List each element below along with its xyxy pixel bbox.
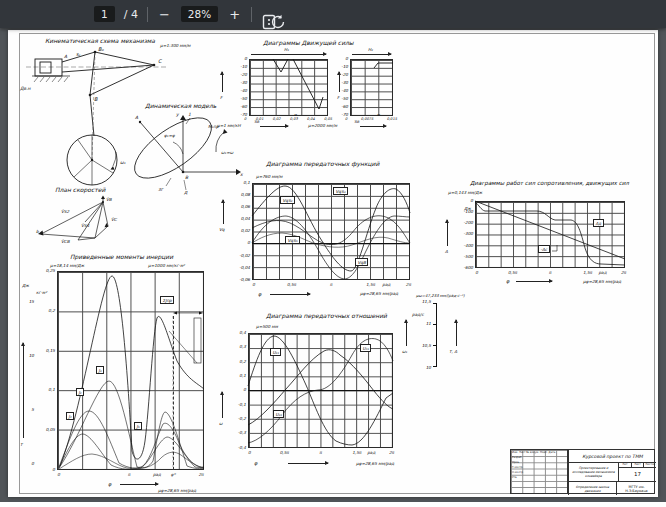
tick-label: 1,5π <box>352 451 361 455</box>
ratios-phi-arrow <box>288 463 328 464</box>
kin-label-a: A <box>64 54 68 59</box>
tick-label: -10 <box>341 65 348 69</box>
zoom-level-input[interactable]: 28% <box>181 6 218 22</box>
vel-label-pole: b <box>36 229 39 234</box>
tick-label: 10 <box>29 354 34 358</box>
bottom-strip <box>0 502 666 507</box>
tf-title: Диаграмма передаточных функций <box>266 161 379 167</box>
tick-label: 0,03 <box>290 118 298 122</box>
tick-label: -400 <box>463 244 473 248</box>
tick-label: 5 <box>31 408 34 412</box>
works-A-arrow <box>447 220 448 246</box>
tick-label: 0,1 <box>48 388 55 392</box>
toolbar-controls: 1 / 4 − 28% + <box>94 0 270 28</box>
tick-label: 0,06 <box>241 205 250 209</box>
tick-label: π <box>549 271 552 275</box>
tick-label: 15 <box>29 300 34 304</box>
tick-label: 0 <box>243 388 246 392</box>
kin-label-dvn: Дв.н <box>20 86 32 91</box>
tick-label: φ* <box>171 473 176 477</box>
stamp-lit-label: Лит <box>619 463 632 467</box>
tick-label: -40 <box>341 89 348 93</box>
tick-label: 0,15 <box>46 349 55 353</box>
kin-label-c: C <box>158 58 163 64</box>
rotate-icon <box>270 14 286 30</box>
tick-label: 0,5π <box>280 451 289 455</box>
ratios-xticks: 00,5ππ1,5πрад2π <box>248 451 393 456</box>
ratios-phi-label: φ <box>254 461 257 466</box>
title-block-left-grid: Изм. Лист № докум. Подп. Дата Разраб.Про… <box>511 450 568 493</box>
force-right-curves <box>350 59 393 116</box>
vel-label-vcb: V̄CB <box>61 238 71 244</box>
tick-label: -50 <box>240 97 247 101</box>
dyn-label-x: x <box>240 172 244 177</box>
tick-label: 0 <box>31 462 34 466</box>
tick-label: -30 <box>341 81 348 85</box>
works-title: Диаграммы работ сил сопротивления, движу… <box>470 181 629 187</box>
pdf-page: Кинематическая схема механизма μ=1:300 м… <box>8 30 658 497</box>
dyn-label-omega: ω₁=ω <box>221 150 234 155</box>
force-right-F-arrow <box>339 72 340 92</box>
tick-label: -0,06 <box>239 278 250 282</box>
ratios-yticks: 0,40,30,20,10-0,1-0,2-0,3-0,4 <box>230 331 246 450</box>
tick-label: 11,5 <box>422 300 431 304</box>
works-phi-label: φ <box>506 279 509 284</box>
kinematic-title: Кинематическая схема механизма <box>45 38 155 44</box>
omega-scale-ticks <box>433 303 437 367</box>
tick-label: π <box>128 473 131 477</box>
tick-label: 0 <box>57 473 60 477</box>
force-sb1-label: Sв <box>254 120 259 124</box>
tick-label: 0 <box>252 283 255 287</box>
tick-label: -10 <box>240 65 247 69</box>
tick-label: -0,04 <box>239 266 250 270</box>
tick-label: 10 <box>426 366 431 370</box>
tick-label: 0,5π <box>287 283 296 287</box>
vel-label-vs2: V̄S2 <box>61 208 70 214</box>
TA-arrow-label: Т, А <box>449 350 457 354</box>
tick-label: 0,4 <box>239 331 246 335</box>
tick-label: 0,05 <box>46 428 55 432</box>
tick-label: 0 <box>475 271 478 275</box>
velocity-plan-title: План скоростей <box>55 187 105 193</box>
momenta-T-axis-label: T <box>20 443 23 447</box>
tick-label: 0,5π <box>508 271 517 275</box>
momenta-scale-left: μ=18,14 мм/Дж <box>50 264 84 268</box>
tf-phi-label: φ <box>258 292 261 297</box>
force-right-dim-arrow <box>352 54 391 55</box>
omega-scale-text: μω=47,233 мм/(рад·с⁻¹) <box>416 294 465 298</box>
works-xscale: μφ=28,65 мм/рад <box>583 280 621 284</box>
stamp-doc-title: Определение закона движения <box>568 481 616 495</box>
tf-xticks: 00,5ππ1,5πрад2π <box>252 283 410 288</box>
force-left-F-label: F <box>220 96 222 100</box>
tf-Vq-arrow <box>223 200 224 224</box>
tick-label: 0 <box>345 118 347 122</box>
dyn-label-1: 1 <box>188 112 191 117</box>
tick-label: 0,1 <box>239 374 246 378</box>
page-number-input[interactable]: 1 <box>94 6 115 22</box>
tick-label: 0 <box>247 241 250 245</box>
zoom-in-button[interactable]: + <box>227 8 242 21</box>
tick-label: 1,5π <box>366 283 375 287</box>
works-curve-label-ac: -Aс <box>538 245 550 253</box>
tick-label: -50 <box>341 97 348 101</box>
tick-label: 0,0075 <box>361 118 374 122</box>
ratios-curve-label-u31: U₃₁ <box>273 410 284 418</box>
tick-label: 0,08 <box>241 193 250 197</box>
pdf-viewport[interactable]: Кинематическая схема механизма μ=1:300 м… <box>0 28 666 507</box>
force-sb2-arrow <box>360 126 386 127</box>
omega-ticks: 11,51110,510 <box>420 300 431 370</box>
momenta-aux-ticks: 151050 <box>26 300 34 466</box>
stamp-sheet-number: 17 <box>634 471 641 477</box>
kin-label-omega1: ω₁ <box>120 160 126 165</box>
small-omega-label: ω <box>219 422 223 426</box>
zoom-out-button[interactable]: − <box>157 8 172 21</box>
tick-label: 0,04 <box>241 217 250 221</box>
stamp-row-label: Н.контр. <box>512 472 524 475</box>
tf-scale: μ=760 мм/м <box>256 175 282 179</box>
tick-label: 0,02 <box>241 229 250 233</box>
momenta-title: Приведенные моменты инерции <box>70 254 173 260</box>
omega-unit: рад/с <box>412 313 424 317</box>
tick-label: рад <box>598 271 606 275</box>
vel-label-vs4: V̄S4 <box>81 222 90 228</box>
tick-label: 11 <box>426 322 431 326</box>
